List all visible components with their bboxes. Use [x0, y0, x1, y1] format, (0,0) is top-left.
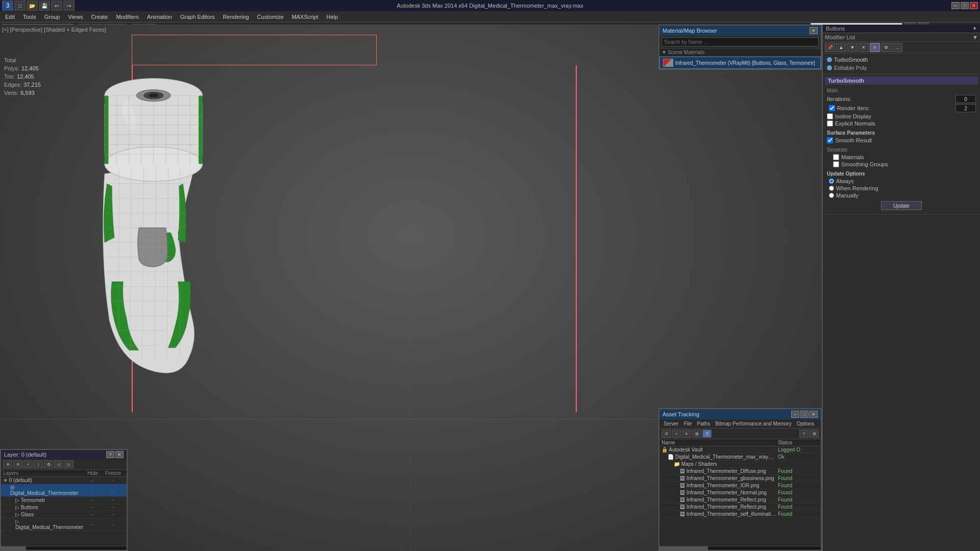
minimize-btn[interactable]: ─	[951, 2, 960, 9]
undo-btn[interactable]: ↩	[51, 1, 62, 11]
lp-row-0default[interactable]: ☀ 0 (default) ✓ ─	[1, 477, 127, 484]
at-scrollbar[interactable]	[659, 546, 821, 550]
at-col-name-header: Name	[662, 440, 778, 445]
rp-btn-delete[interactable]: ✕	[859, 43, 869, 52]
mb-scene-materials-label: ▼ Scene Materials	[659, 48, 821, 57]
rp-btn-settings[interactable]: ⚙	[881, 43, 891, 52]
mb-search-input[interactable]	[662, 37, 819, 46]
lp-row-buttons[interactable]: ▷ Buttons ─ ─	[1, 504, 127, 511]
lp-btn-add[interactable]: +	[23, 460, 33, 468]
lp-list[interactable]: ☀ 0 (default) ✓ ─ ⊟ Digital_Medical_Ther…	[1, 477, 127, 531]
lp-btn-new[interactable]: ☀	[3, 460, 12, 468]
rp-btn-move-down[interactable]: ▼	[847, 43, 857, 52]
menu-rendering[interactable]: Rendering	[219, 13, 253, 21]
lp-close-btn[interactable]: ✕	[115, 451, 124, 458]
at-minimize-btn[interactable]: ─	[791, 411, 799, 418]
at-row-maps[interactable]: 📁 Maps / Shaders	[659, 461, 821, 468]
at-menu-paths[interactable]: Paths	[695, 420, 713, 427]
lp-row-dmt[interactable]: ⊟ Digital_Medical_Thermometer ─ □	[1, 484, 127, 497]
at-row-ior[interactable]: 🖼 Infrared_Thermometer_IOR.png Found	[659, 482, 821, 489]
maximize-btn[interactable]: □	[961, 2, 969, 9]
menu-animation[interactable]: Animation	[143, 13, 176, 21]
mb-material-item[interactable]: Infrared_Thermometer (VRayMtl) [Buttons,…	[659, 57, 821, 69]
lp-row-glass[interactable]: ▷ Glass ─ ─	[1, 511, 127, 518]
lp-help-btn[interactable]: ?	[106, 451, 114, 458]
menu-views[interactable]: Views	[64, 13, 87, 21]
at-row-reflect2[interactable]: 🖼 Infrared_Thermometer_Reflect.png Found	[659, 504, 821, 511]
menu-modifiers[interactable]: Modifiers	[112, 13, 143, 21]
smoothing-groups-checkbox[interactable]	[833, 161, 839, 167]
isoline-checkbox[interactable]	[827, 113, 833, 119]
menu-help[interactable]: Help	[323, 13, 342, 21]
close-btn[interactable]: ✕	[970, 2, 978, 9]
at-row-glossiness[interactable]: 🖼 Infrared_Thermometer_glossiness.png Fo…	[659, 475, 821, 482]
lp-btn-move[interactable]: ↕	[34, 460, 43, 468]
mb-close-btn[interactable]: ✕	[810, 27, 818, 34]
at-btn-refresh[interactable]: ↺	[662, 430, 671, 438]
at-maximize-btn[interactable]: □	[800, 411, 808, 418]
render-iters-checkbox[interactable]	[829, 105, 835, 111]
render-iters-check-row: Render Iters:	[827, 105, 872, 112]
always-radio[interactable]	[829, 179, 834, 184]
menu-graph-editors[interactable]: Graph Editors	[176, 13, 219, 21]
lp-scrollbar[interactable]	[1, 546, 127, 550]
lp-btn-delete[interactable]: ✕	[13, 460, 22, 468]
at-btn-list[interactable]: ≡	[682, 430, 691, 438]
materials-checkbox[interactable]	[833, 154, 839, 160]
titlebar-left-icons: 3 □ 📂 💾 ↩ ↪	[2, 1, 75, 11]
at-row-normal[interactable]: 🖼 Infrared_Thermometer_Normal.png Found	[659, 489, 821, 496]
update-button[interactable]: Update	[881, 201, 922, 210]
at-menu-bitmap[interactable]: Bitmap Performance and Memory	[713, 420, 794, 427]
render-iters-input[interactable]	[955, 104, 976, 112]
at-title: Asset Tracking	[663, 411, 699, 417]
at-btn-grid[interactable]: ⊞	[692, 430, 701, 438]
separate-label: Separate	[825, 146, 978, 154]
lp-row-dmt2[interactable]: ▷ Digital_Medical_Thermometer ─ ─	[1, 518, 127, 531]
lp-btn-settings[interactable]: ⚙	[44, 460, 53, 468]
when-rendering-radio[interactable]	[829, 186, 834, 191]
lp-row-termometr[interactable]: ▷ Termometr ─ ─	[1, 497, 127, 504]
at-btn-add[interactable]: +	[672, 430, 681, 438]
save-btn[interactable]: 💾	[39, 1, 50, 11]
lp-title: Layer: 0 (default)	[4, 452, 46, 458]
at-row-illumination[interactable]: 🖼 Infrared_Thermometer_self_illumination…	[659, 511, 821, 518]
rp-btn-move-up[interactable]: ▲	[836, 43, 846, 52]
menu-edit[interactable]: Edit	[1, 13, 19, 21]
at-row-reflect[interactable]: 🖼 Infrared_Thermometer_Reflect.png Found	[659, 496, 821, 504]
at-col-status-header: Status	[778, 440, 819, 445]
redo-btn[interactable]: ↪	[63, 1, 75, 11]
lp-btn-more2[interactable]: ▷	[64, 460, 74, 468]
iterations-input[interactable]	[955, 95, 976, 103]
rp-btn-show-all[interactable]: ≡	[870, 43, 880, 52]
svg-rect-6	[105, 95, 109, 164]
modifier-turbsmooth[interactable]: TurboSmooth	[825, 56, 978, 64]
at-menu-options[interactable]: Options	[795, 420, 816, 427]
open-btn[interactable]: 📂	[27, 1, 38, 11]
modifier-editable-poly[interactable]: Editable Poly	[825, 64, 978, 72]
manually-radio[interactable]	[829, 193, 834, 198]
manually-row: Manually	[825, 192, 978, 199]
explicit-normals-row: Explicit Normals	[825, 120, 978, 127]
at-row-file[interactable]: 📄 Digital_Medical_Thermometer_max_vray.m…	[659, 454, 821, 461]
rp-btn-more[interactable]: …	[892, 43, 902, 52]
at-btn-help[interactable]: ?	[799, 430, 808, 438]
new-btn[interactable]: □	[14, 1, 26, 11]
at-menu-server[interactable]: Server	[662, 420, 680, 427]
at-btn-details[interactable]: ☰	[702, 430, 712, 438]
at-row-diffuse[interactable]: 🖼 Infrared_Thermometer_Diffuse.png Found	[659, 468, 821, 475]
menu-maxscript[interactable]: MAXScript	[288, 13, 323, 21]
menu-tools[interactable]: Tools	[19, 13, 40, 21]
at-menu-file[interactable]: File	[681, 420, 694, 427]
at-list[interactable]: 🔒 Autodesk Vault Logged O 📄 Digital_Medi…	[659, 446, 821, 546]
rp-btn-pin[interactable]: 📌	[825, 43, 835, 52]
menu-customize[interactable]: Customize	[253, 13, 288, 21]
at-row-vault[interactable]: 🔒 Autodesk Vault Logged O	[659, 446, 821, 454]
menubar: Edit Tools Group Views Create Modifiers …	[0, 11, 980, 22]
smooth-result-checkbox[interactable]	[827, 137, 833, 143]
lp-btn-more1[interactable]: ◁	[54, 460, 63, 468]
menu-create[interactable]: Create	[87, 13, 112, 21]
at-close-btn[interactable]: ✕	[810, 411, 818, 418]
explicit-normals-checkbox[interactable]	[827, 120, 833, 127]
menu-group[interactable]: Group	[40, 13, 64, 21]
at-btn-settings[interactable]: ⚙	[810, 430, 819, 438]
